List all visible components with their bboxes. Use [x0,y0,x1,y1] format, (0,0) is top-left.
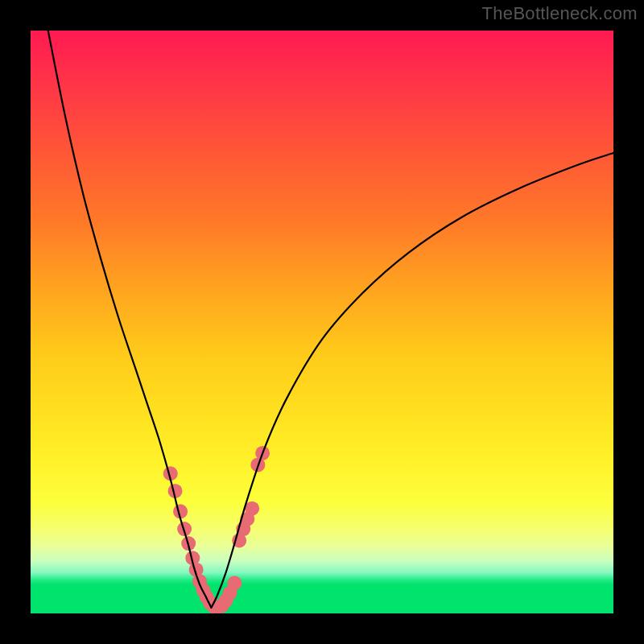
chart-svg [0,0,644,644]
data-dot [227,576,242,590]
frame-left [0,0,31,644]
frame-right [613,0,644,644]
frame-bottom [0,613,644,644]
curve-right-branch [211,153,613,608]
data-dot [245,502,259,516]
chart-stage: TheBottleneck.com [0,0,644,644]
watermark-text: TheBottleneck.com [482,3,638,24]
curve-left-branch [48,31,212,608]
